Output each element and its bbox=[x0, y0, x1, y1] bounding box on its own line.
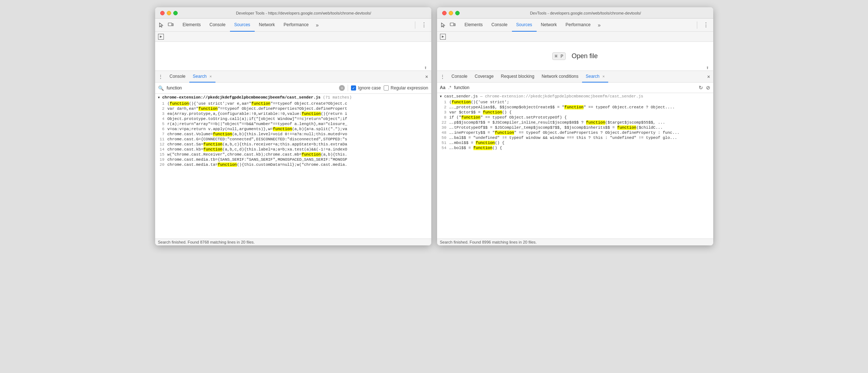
tab-network-left[interactable]: Network bbox=[255, 19, 279, 32]
file-matches-left: (71 matches) bbox=[323, 95, 352, 100]
result-line-30-right[interactable]: 30 ….tPrototypeOf$$ = $JSCompiler_temp$j… bbox=[437, 125, 713, 130]
menu-dots-right[interactable]: ⋮ bbox=[702, 21, 710, 28]
maximize-button-right[interactable] bbox=[455, 11, 460, 15]
cursor-icon-right[interactable] bbox=[440, 22, 447, 28]
close-button-left[interactable] bbox=[160, 11, 165, 15]
line-num: 11 bbox=[158, 137, 165, 141]
bottom-dots-right[interactable]: ⋮ bbox=[440, 74, 445, 80]
tab-search-bottom-left[interactable]: Search × bbox=[189, 71, 215, 83]
regex-label-left: Regular expression bbox=[391, 85, 428, 91]
tab-console-left[interactable]: Console bbox=[205, 19, 230, 32]
clear-search-left[interactable]: × bbox=[339, 85, 345, 91]
device-icon-right[interactable] bbox=[449, 22, 456, 28]
panel-toggle-right[interactable] bbox=[440, 34, 446, 40]
search-bar-left: 🔍 × Ignore case Regular expression bbox=[155, 83, 431, 94]
menu-dots-left[interactable]: ⋮ bbox=[420, 21, 428, 28]
tab-console-bottom-left[interactable]: Console bbox=[166, 71, 189, 83]
close-bottom-panel-right[interactable]: × bbox=[707, 74, 710, 80]
line-num: 51 bbox=[440, 141, 447, 145]
results-area-right[interactable]: cast_sender.js — chrome-extension://pked… bbox=[437, 93, 713, 238]
dot-star-label[interactable]: .* bbox=[448, 85, 451, 90]
toolbar-icons-left bbox=[158, 22, 174, 28]
close-bottom-panel-left[interactable]: × bbox=[425, 74, 428, 80]
tab-sources-right[interactable]: Sources bbox=[512, 19, 537, 32]
minimize-button-left[interactable] bbox=[167, 11, 171, 15]
ignore-case-option-left[interactable]: Ignore case bbox=[351, 85, 381, 91]
results-area-left[interactable]: chrome-extension://pkedcjkdefgpdelpbcmbm… bbox=[155, 94, 431, 238]
result-line-5-left[interactable]: 5 r(a);return"array"==b||"object"==b&&"n… bbox=[155, 121, 431, 127]
maximize-button-left[interactable] bbox=[173, 11, 178, 15]
search-input-left[interactable] bbox=[167, 85, 336, 91]
bottom-dots-left[interactable]: ⋮ bbox=[158, 74, 163, 80]
tab-performance-left[interactable]: Performance bbox=[279, 19, 313, 32]
search-divider-left bbox=[348, 85, 348, 91]
result-line-1-right[interactable]: 1 (function(){'use strict'; bbox=[437, 100, 713, 105]
aa-label[interactable]: Aa bbox=[440, 85, 445, 90]
collapse-file-left[interactable] bbox=[158, 95, 160, 100]
toolbar-end-right: ⋮ bbox=[695, 21, 710, 29]
refresh-icon-right[interactable]: ↻ bbox=[699, 85, 703, 91]
result-line-8-right[interactable]: 8 if ("function" == typeof Object.setPro… bbox=[437, 115, 713, 120]
panel-toggle-left[interactable] bbox=[158, 34, 164, 40]
collapse-file-right[interactable] bbox=[440, 94, 442, 99]
cast-file-header-right: cast_sender.js — chrome-extension://pked… bbox=[437, 93, 713, 100]
tab-elements-right[interactable]: Elements bbox=[460, 19, 487, 32]
tab-console-bottom-right[interactable]: Console bbox=[448, 71, 471, 83]
result-line-54-right[interactable]: 54 ….bol$$ = function() { bbox=[437, 145, 713, 151]
result-line-3-right[interactable]: 3 var $ctor$$ = function() { bbox=[437, 110, 713, 115]
result-line-20-left[interactable]: 20 chrome.cast.media.ta=function(){this.… bbox=[155, 162, 431, 167]
tab-sources-left[interactable]: Sources bbox=[230, 19, 255, 32]
result-line-15-left[interactable]: 15 w("chrome.cast.Receiver",chrome.cast.… bbox=[155, 152, 431, 157]
result-line-50-right[interactable]: 50 ….bal$$ = "undefined" != typeof windo… bbox=[437, 135, 713, 140]
tab-request-blocking-right[interactable]: Request blocking bbox=[497, 71, 538, 83]
close-button-right[interactable] bbox=[442, 11, 447, 15]
tab-elements-left[interactable]: Elements bbox=[178, 19, 205, 32]
result-line-11-left[interactable]: 11 chrome.cast.G={CONNECTED:"connected",… bbox=[155, 137, 431, 142]
search-tab-close-right[interactable]: × bbox=[602, 74, 605, 79]
result-line-7-left[interactable]: 7 chrome.cast.Volume=function(a,b){this.… bbox=[155, 132, 431, 137]
result-line-51-right[interactable]: 51 ….mbol$$ = function() { bbox=[437, 140, 713, 145]
result-line-48-right[interactable]: 48 ….ineProperty$$ = "function" == typeo… bbox=[437, 130, 713, 135]
minimize-button-right[interactable] bbox=[449, 11, 453, 15]
left-nav-tabs: Elements Console Sources Network Perform… bbox=[178, 19, 412, 32]
result-line-12-left[interactable]: 12 chrome.cast.Sa=function(a,b,c){this.r… bbox=[155, 142, 431, 147]
resize-handle-right[interactable]: ⬆ bbox=[705, 65, 710, 71]
file-path-right: — chrome-extension://pkedcjkdefgpdelpbcm… bbox=[480, 94, 643, 99]
line-num: 19 bbox=[158, 157, 165, 162]
tab-search-bottom-right[interactable]: Search × bbox=[582, 71, 608, 83]
result-line-6-left[interactable]: 6 v=oa:v=pa;return v.apply(null,argument… bbox=[155, 127, 431, 132]
regex-checkbox-left[interactable] bbox=[384, 85, 389, 91]
toolbar-icons-right bbox=[440, 22, 456, 28]
tab-console-right[interactable]: Console bbox=[487, 19, 512, 32]
search-tab-close-left[interactable]: × bbox=[210, 74, 212, 79]
result-line-1-left[interactable]: 1 (function(){'use strict';var e,aa="fun… bbox=[155, 101, 431, 106]
regex-option-left[interactable]: Regular expression bbox=[384, 85, 428, 91]
result-line-2-left[interactable]: 2 var da=h,ea="function"==typeof Object.… bbox=[155, 106, 431, 111]
tab-performance-right[interactable]: Performance bbox=[561, 19, 595, 32]
line-num: 48 bbox=[440, 131, 447, 135]
result-line-3-left[interactable]: 3 ea(Array.prototype,a,{configurable:!0,… bbox=[155, 111, 431, 116]
result-line-22-right[interactable]: 22 ….p$$jscomp$7$$ = $JSCompiler_inline_… bbox=[437, 120, 713, 125]
more-tabs-right[interactable]: » bbox=[595, 22, 603, 28]
clear-icon-right[interactable]: ⊘ bbox=[706, 85, 710, 91]
result-line-4-left[interactable]: 4 Object.prototype.toString.call(a);if("… bbox=[155, 116, 431, 121]
file-header-left: chrome-extension://pkedcjkdefgpdelpbcmbm… bbox=[155, 94, 431, 101]
result-line-14-left[interactable]: 14 chrome.cast.kb=function(a,b,c,d){this… bbox=[155, 147, 431, 152]
line-content: chrome.cast.media.ta=function(){this.cus… bbox=[167, 163, 428, 167]
result-line-2-right[interactable]: 2 …._prototypeAlias$$, $$jscomp$objectCr… bbox=[437, 105, 713, 110]
result-line-19-left[interactable]: 19 chrome.cast.media.tb={SANS_SERIF:"SAN… bbox=[155, 157, 431, 162]
tab-coverage-right[interactable]: Coverage bbox=[471, 71, 497, 83]
cursor-icon[interactable] bbox=[158, 22, 165, 28]
line-num: 3 bbox=[158, 112, 165, 116]
more-tabs-left[interactable]: » bbox=[313, 22, 322, 28]
ignore-case-checkbox-left[interactable] bbox=[351, 85, 356, 91]
line-num: 54 bbox=[440, 146, 447, 150]
device-icon[interactable] bbox=[167, 22, 174, 28]
open-file-label: Open file bbox=[572, 52, 598, 60]
resize-handle-left[interactable]: ⬆ bbox=[423, 65, 428, 71]
secondary-toolbar-left bbox=[155, 32, 431, 42]
toolbar-end-left: ⋮ bbox=[413, 21, 428, 29]
tab-network-conditions-right[interactable]: Network conditions bbox=[538, 71, 582, 83]
tab-network-right[interactable]: Network bbox=[537, 19, 561, 32]
search-input-right[interactable] bbox=[454, 85, 696, 90]
